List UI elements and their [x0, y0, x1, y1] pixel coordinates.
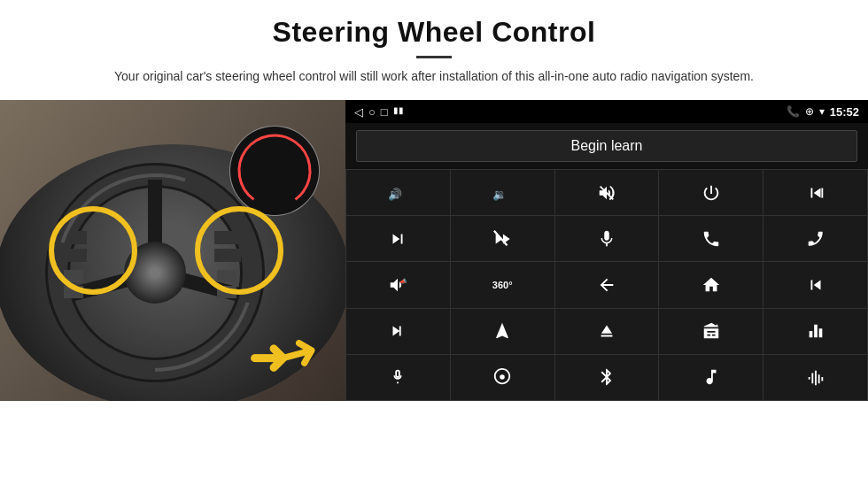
- page-title: Steering Wheel Control: [114, 16, 754, 49]
- vol-down-button[interactable]: 🔉: [451, 170, 554, 215]
- gear-icon[interactable]: ⚙: [843, 408, 861, 431]
- phone-answer-button[interactable]: [659, 216, 763, 261]
- home-nav-icon: ○: [368, 105, 376, 119]
- title-divider: [416, 56, 452, 58]
- eject-button[interactable]: [555, 309, 659, 354]
- signal-icon: ▮▮: [393, 105, 404, 119]
- phone-icon: 📞: [787, 105, 800, 118]
- svg-point-5: [500, 375, 505, 381]
- mic-button[interactable]: [555, 216, 659, 261]
- navigate-button[interactable]: [451, 309, 554, 354]
- subtitle-text: Your original car's steering wheel contr…: [114, 67, 754, 86]
- statusbar-left-icons: ◁ ○ □ ▮▮: [354, 105, 404, 119]
- back-button[interactable]: [555, 262, 659, 307]
- wifi-icon: ▾: [819, 105, 825, 118]
- equalizer-button[interactable]: [763, 309, 867, 354]
- seicane-watermark: Seicane: [345, 409, 868, 427]
- settings-wheel-button[interactable]: [451, 355, 554, 400]
- begin-learn-button[interactable]: Begin learn: [356, 130, 857, 162]
- car-image: ➜: [0, 100, 345, 401]
- phone-hang-button[interactable]: [763, 216, 867, 261]
- statusbar-right-icons: 📞 ⊕ ▾ 15:52: [787, 105, 859, 119]
- begin-learn-row: Begin learn: [345, 123, 868, 169]
- header-section: Steering Wheel Control Your original car…: [61, 0, 807, 91]
- clock: 15:52: [830, 105, 859, 119]
- android-ui: ◁ ○ □ ▮▮ 📞 ⊕ ▾ 15:52 Begin learn: [345, 100, 868, 401]
- skip-back-button[interactable]: [763, 262, 867, 307]
- radio-button[interactable]: [659, 309, 763, 354]
- vol-up-button[interactable]: 🔊: [346, 170, 450, 215]
- svg-text:📣: 📣: [399, 278, 407, 285]
- horn-button[interactable]: 📣: [346, 262, 450, 307]
- waveform-button[interactable]: [763, 355, 867, 400]
- steering-wheel-overlay: ➜: [0, 100, 345, 401]
- prev-track-button[interactable]: [763, 170, 867, 215]
- location-icon: ⊕: [805, 105, 814, 118]
- controls-grid: 🔊 🔉: [345, 169, 868, 401]
- svg-text:🔉: 🔉: [492, 187, 508, 201]
- recents-nav-icon: □: [381, 105, 388, 119]
- next-chapter-button[interactable]: [346, 309, 450, 354]
- status-bar: ◁ ○ □ ▮▮ 📞 ⊕ ▾ 15:52: [345, 100, 868, 123]
- page: Steering Wheel Control Your original car…: [0, 0, 868, 485]
- yellow-arrow: ➜: [267, 317, 326, 389]
- highlight-circle-left: [49, 206, 137, 295]
- microphone2-button[interactable]: [346, 355, 450, 400]
- music-button[interactable]: [659, 355, 763, 400]
- skip-forward-button[interactable]: [346, 216, 450, 261]
- camera-360-button[interactable]: 360°: [451, 262, 554, 307]
- svg-text:🔊: 🔊: [388, 187, 403, 201]
- bluetooth-button[interactable]: [555, 355, 659, 400]
- mute-button[interactable]: [555, 170, 659, 215]
- ff-mute-button[interactable]: [451, 216, 554, 261]
- power-button[interactable]: [659, 170, 763, 215]
- back-nav-icon: ◁: [354, 105, 363, 119]
- content-row: ➜ ◁ ○ □ ▮▮ 📞 ⊕ ▾ 15:52: [0, 100, 868, 485]
- home-button[interactable]: [659, 262, 763, 307]
- highlight-circle-right: [195, 206, 283, 295]
- android-screen: ◁ ○ □ ▮▮ 📞 ⊕ ▾ 15:52 Begin learn: [345, 100, 868, 485]
